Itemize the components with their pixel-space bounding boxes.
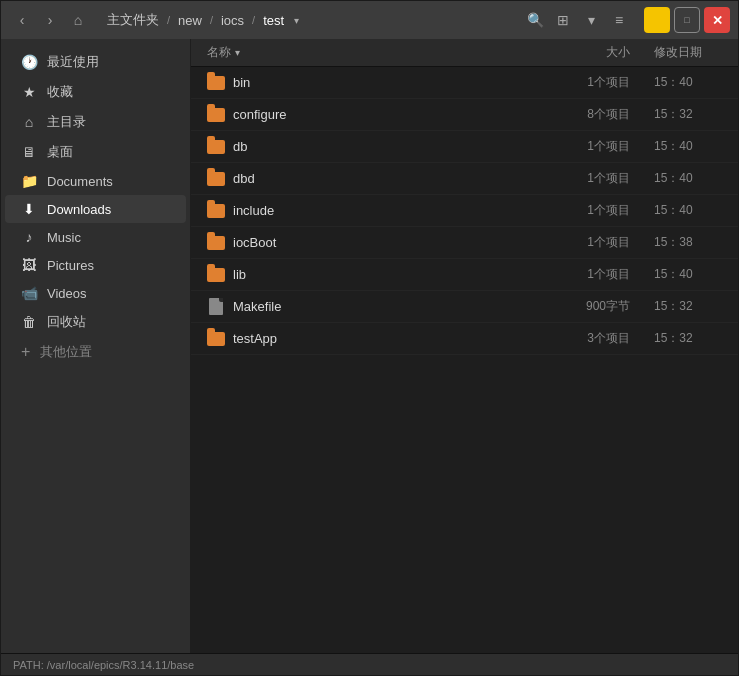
table-row[interactable]: configure 8个项目 15：32 — [191, 99, 738, 131]
file-date-cell: 15：38 — [638, 234, 738, 251]
file-type-icon — [207, 234, 225, 252]
status-text: PATH: /var/local/epics/R3.14.11/base — [13, 659, 194, 671]
other-locations-item[interactable]: + 其他位置 — [5, 337, 186, 367]
table-row[interactable]: iocBoot 1个项目 15：38 — [191, 227, 738, 259]
maximize-button[interactable]: □ — [674, 7, 700, 33]
table-row[interactable]: dbd 1个项目 15：40 — [191, 163, 738, 195]
menu-button[interactable]: ≡ — [606, 7, 632, 33]
titlebar: ‹ › ⌂ 主文件夹 / new / iocs / test ▾ 🔍 ⊞ ▾ — [1, 1, 738, 39]
hamburger-icon: ≡ — [615, 12, 623, 28]
breadcrumb-dropdown-icon[interactable]: ▾ — [294, 15, 299, 26]
breadcrumb-iocs[interactable]: iocs — [213, 10, 252, 31]
sidebar-items: 🕐 最近使用 ★ 收藏 ⌂ 主目录 🖥 桌面 📁 Documents ⬇ Dow… — [1, 47, 190, 337]
file-name: db — [233, 139, 247, 154]
sidebar: 🕐 最近使用 ★ 收藏 ⌂ 主目录 🖥 桌面 📁 Documents ⬇ Dow… — [1, 39, 191, 653]
folder-icon — [207, 204, 225, 218]
file-name: dbd — [233, 171, 255, 186]
breadcrumb-home[interactable]: 主文件夹 — [99, 8, 167, 32]
folder-icon — [207, 76, 225, 90]
table-row[interactable]: bin 1个项目 15：40 — [191, 67, 738, 99]
sidebar-item-label: Videos — [47, 286, 87, 301]
table-row[interactable]: lib 1个项目 15：40 — [191, 259, 738, 291]
close-icon: ✕ — [712, 13, 723, 28]
table-row[interactable]: db 1个项目 15：40 — [191, 131, 738, 163]
file-date-cell: 15：40 — [638, 202, 738, 219]
sidebar-item-trash[interactable]: 🗑 回收站 — [5, 307, 186, 337]
table-row[interactable]: Makefile 900字节 15：32 — [191, 291, 738, 323]
file-size-cell: 8个项目 — [538, 106, 638, 123]
table-row[interactable]: testApp 3个项目 15：32 — [191, 323, 738, 355]
folder-icon — [207, 268, 225, 282]
breadcrumb: 主文件夹 / new / iocs / test ▾ — [99, 8, 299, 32]
column-header-size: 大小 — [538, 44, 638, 61]
sidebar-item-favorites[interactable]: ★ 收藏 — [5, 77, 186, 107]
sidebar-item-home[interactable]: ⌂ 主目录 — [5, 107, 186, 137]
sidebar-item-videos[interactable]: 📹 Videos — [5, 279, 186, 307]
add-icon: + — [21, 343, 30, 361]
sidebar-item-label: 桌面 — [47, 143, 73, 161]
file-size-cell: 1个项目 — [538, 266, 638, 283]
videos-icon: 📹 — [21, 285, 37, 301]
back-button[interactable]: ‹ — [9, 7, 35, 33]
breadcrumb-test[interactable]: test — [255, 10, 292, 31]
file-name: include — [233, 203, 274, 218]
pictures-icon: 🖼 — [21, 257, 37, 273]
column-header-name[interactable]: 名称 ▾ — [191, 44, 538, 61]
file-name-cell: iocBoot — [191, 234, 538, 252]
forward-button[interactable]: › — [37, 7, 63, 33]
close-button[interactable]: ✕ — [704, 7, 730, 33]
sidebar-item-desktop[interactable]: 🖥 桌面 — [5, 137, 186, 167]
sidebar-item-label: 收藏 — [47, 83, 73, 101]
statusbar: PATH: /var/local/epics/R3.14.11/base — [1, 653, 738, 675]
chevron-down-icon: ▾ — [588, 12, 595, 28]
file-type-icon — [207, 298, 225, 316]
file-icon — [209, 298, 223, 315]
file-manager-window: ‹ › ⌂ 主文件夹 / new / iocs / test ▾ 🔍 ⊞ ▾ — [0, 0, 739, 676]
minimize-button[interactable]: – — [644, 7, 670, 33]
sidebar-item-documents[interactable]: 📁 Documents — [5, 167, 186, 195]
home-button[interactable]: ⌂ — [65, 7, 91, 33]
sidebar-item-music[interactable]: ♪ Music — [5, 223, 186, 251]
maximize-icon: □ — [684, 15, 689, 25]
sidebar-item-label: 回收站 — [47, 313, 86, 331]
file-size-cell: 1个项目 — [538, 138, 638, 155]
file-name-cell: include — [191, 202, 538, 220]
file-date-cell: 15：32 — [638, 106, 738, 123]
file-name-cell: testApp — [191, 330, 538, 348]
file-name-cell: Makefile — [191, 298, 538, 316]
sidebar-item-label: Pictures — [47, 258, 94, 273]
search-icon: 🔍 — [527, 12, 544, 28]
file-name: bin — [233, 75, 250, 90]
file-date-cell: 15：40 — [638, 74, 738, 91]
sidebar-item-label: Music — [47, 230, 81, 245]
file-date-cell: 15：40 — [638, 266, 738, 283]
sidebar-item-recent[interactable]: 🕐 最近使用 — [5, 47, 186, 77]
file-area: 名称 ▾ 大小 修改日期 bin 1个项目 15：40 configure 8个… — [191, 39, 738, 653]
file-size-cell: 1个项目 — [538, 202, 638, 219]
view-options-button[interactable]: ▾ — [578, 7, 604, 33]
home-icon: ⌂ — [21, 114, 37, 130]
breadcrumb-new[interactable]: new — [170, 10, 210, 31]
downloads-icon: ⬇ — [21, 201, 37, 217]
file-name-cell: configure — [191, 106, 538, 124]
table-row[interactable]: include 1个项目 15：40 — [191, 195, 738, 227]
folder-icon — [207, 236, 225, 250]
file-type-icon — [207, 106, 225, 124]
file-type-icon — [207, 202, 225, 220]
recent-icon: 🕐 — [21, 54, 37, 70]
sort-icon: ▾ — [235, 47, 240, 58]
sidebar-item-label: Downloads — [47, 202, 111, 217]
file-name: configure — [233, 107, 286, 122]
file-date-cell: 15：32 — [638, 330, 738, 347]
column-header-date: 修改日期 — [638, 44, 738, 61]
view-button[interactable]: ⊞ — [550, 7, 576, 33]
sidebar-item-label: Documents — [47, 174, 113, 189]
file-name: iocBoot — [233, 235, 276, 250]
search-button[interactable]: 🔍 — [522, 7, 548, 33]
sidebar-item-downloads[interactable]: ⬇ Downloads — [5, 195, 186, 223]
file-name-cell: lib — [191, 266, 538, 284]
file-date-cell: 15：40 — [638, 138, 738, 155]
sidebar-item-pictures[interactable]: 🖼 Pictures — [5, 251, 186, 279]
main-area: 🕐 最近使用 ★ 收藏 ⌂ 主目录 🖥 桌面 📁 Documents ⬇ Dow… — [1, 39, 738, 653]
sidebar-item-label: 主目录 — [47, 113, 86, 131]
